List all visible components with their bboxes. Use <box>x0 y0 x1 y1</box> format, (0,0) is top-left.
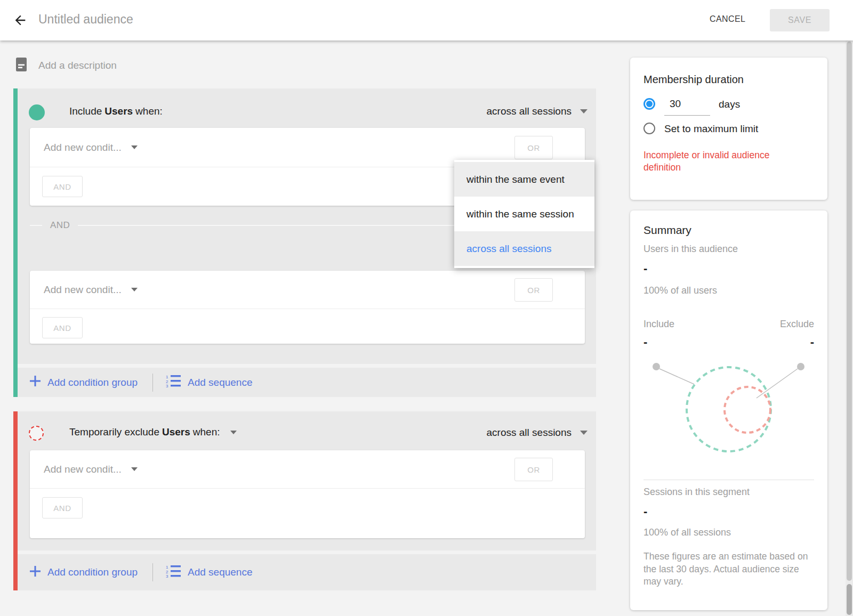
chevron-down-icon <box>230 431 237 434</box>
save-button[interactable]: SAVE <box>770 9 830 31</box>
exclude-value: - <box>810 335 814 349</box>
include-leader-dot <box>653 363 660 370</box>
svg-text:3: 3 <box>166 574 168 578</box>
max-limit-label: Set to maximum limit <box>664 123 758 135</box>
sessions-value: - <box>643 505 647 518</box>
footer-separator <box>18 550 596 554</box>
and-button[interactable]: AND <box>42 317 83 338</box>
include-value: - <box>643 335 647 349</box>
plus-icon <box>30 376 41 389</box>
or-button[interactable]: OR <box>514 136 553 159</box>
or-button[interactable]: OR <box>514 458 553 481</box>
include-label: Include <box>643 319 674 330</box>
add-sequence-button[interactable]: 123 Add sequence <box>166 375 253 390</box>
membership-duration-card: Membership duration 30 days Set to maxim… <box>630 58 827 200</box>
users-percent-label: 100% of all users <box>643 285 717 296</box>
svg-text:1: 1 <box>166 375 168 379</box>
exclude-section: Temporarily excludeUserswhen: across all… <box>13 411 596 590</box>
exclude-leader-dot <box>797 363 804 370</box>
include-section-label: IncludeUserswhen: <box>69 106 165 117</box>
chevron-down-icon <box>580 431 588 435</box>
scrollbar-thumb[interactable] <box>847 42 852 581</box>
membership-title: Membership duration <box>643 74 744 86</box>
sessions-percent-label: 100% of all sessions <box>643 527 731 538</box>
menu-item-across-all-sessions[interactable]: across all sessions <box>454 231 594 266</box>
users-in-audience-label: Users in this audience <box>643 244 738 255</box>
include-accent-bar <box>13 88 18 397</box>
exclude-venn-circle <box>725 387 770 433</box>
exclude-group-footer: Add condition group 123 Add sequence <box>30 554 596 590</box>
chevron-down-icon <box>131 467 138 471</box>
app-header: Untitled audience CANCEL SAVE <box>0 0 853 40</box>
sessions-label: Sessions in this segment <box>643 487 750 498</box>
menu-item-within-same-session[interactable]: within the same session <box>454 197 594 231</box>
exclude-accent-bar <box>13 411 18 590</box>
exclude-leader-line <box>757 369 798 398</box>
divider <box>152 374 153 392</box>
chevron-down-icon <box>580 109 588 114</box>
duration-days-input[interactable]: 30 <box>664 98 710 116</box>
condition-row: Add new condit... OR <box>30 450 585 489</box>
include-leader-line <box>659 369 694 384</box>
or-button[interactable]: OR <box>514 278 553 302</box>
exclude-label: Exclude <box>780 319 814 330</box>
chevron-down-icon <box>131 145 138 149</box>
svg-text:1: 1 <box>166 565 168 570</box>
exclude-dashed-circle-icon <box>29 426 44 441</box>
exclude-section-label[interactable]: Temporarily excludeUserswhen: <box>69 426 239 438</box>
back-arrow-icon[interactable] <box>11 11 30 30</box>
add-condition-group-button[interactable]: Add condition group <box>30 566 138 579</box>
audience-builder-page: Untitled audience CANCEL SAVE Add a desc… <box>0 0 853 616</box>
document-icon <box>16 58 27 74</box>
add-condition-group-button[interactable]: Add condition group <box>30 376 138 389</box>
numbered-list-icon: 123 <box>166 565 181 580</box>
max-limit-radio[interactable] <box>643 123 655 134</box>
audience-error-message: Incomplete or invalid audience definitio… <box>643 149 806 174</box>
description-placeholder: Add a description <box>38 60 117 71</box>
and-button[interactable]: AND <box>42 176 83 197</box>
description-row[interactable]: Add a description <box>16 58 117 74</box>
days-radio-selected[interactable] <box>643 98 655 110</box>
menu-item-within-same-event[interactable]: within the same event <box>454 162 594 197</box>
venn-diagram <box>630 354 827 480</box>
users-in-audience-value: - <box>643 262 647 275</box>
scrollbar-cap <box>847 584 852 615</box>
summary-title: Summary <box>643 224 691 237</box>
svg-text:3: 3 <box>166 384 168 387</box>
include-scope-dropdown[interactable]: across all sessions <box>487 106 588 117</box>
duration-unit-label: days <box>719 99 740 110</box>
include-condition-card-2: Add new condit... OR AND <box>30 271 585 344</box>
exclude-condition-card: Add new condit... OR AND <box>30 450 585 538</box>
summary-divider <box>643 480 814 480</box>
cancel-button[interactable]: CANCEL <box>710 14 745 24</box>
add-condition-dropdown[interactable]: Add new condit... <box>44 464 122 475</box>
add-condition-dropdown[interactable]: Add new condit... <box>44 284 122 296</box>
estimate-disclaimer: These figures are an estimate based on t… <box>643 550 815 588</box>
scope-dropdown-menu: within the same event within the same se… <box>454 160 594 268</box>
add-sequence-button[interactable]: 123 Add sequence <box>166 565 253 580</box>
plus-icon <box>30 566 41 579</box>
footer-separator <box>18 364 596 368</box>
vertical-scrollbar[interactable] <box>846 40 853 616</box>
include-venn-circle <box>687 367 771 451</box>
numbered-list-icon: 123 <box>166 375 181 390</box>
audience-name-input[interactable]: Untitled audience <box>38 12 133 27</box>
summary-card: Summary Users in this audience - 100% of… <box>630 210 827 610</box>
add-condition-dropdown[interactable]: Add new condit... <box>44 142 122 153</box>
and-button[interactable]: AND <box>42 497 83 518</box>
condition-row: Add new condit... OR <box>30 271 585 309</box>
include-group-footer: Add condition group 123 Add sequence <box>30 368 596 397</box>
divider <box>152 563 153 581</box>
exclude-scope-dropdown[interactable]: across all sessions <box>487 427 588 439</box>
chevron-down-icon <box>131 288 138 291</box>
include-filled-circle-icon <box>29 104 45 120</box>
